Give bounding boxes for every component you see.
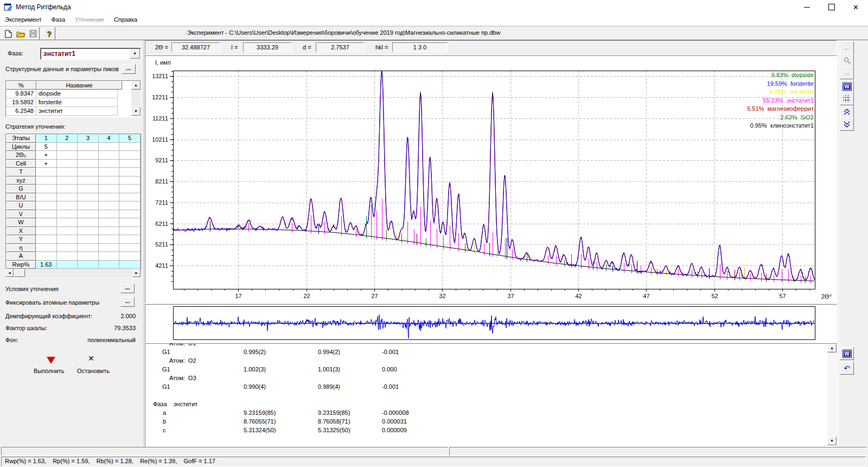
scroll-down-icon[interactable]: ▼ — [131, 107, 141, 116]
strategy-cell[interactable] — [57, 176, 78, 185]
strategy-cell[interactable] — [99, 201, 120, 210]
strategy-cell[interactable] — [36, 176, 57, 185]
strategy-row-label[interactable]: Циклы — [6, 143, 36, 152]
strategy-row-label[interactable]: 2Θ₀ — [6, 151, 36, 160]
strategy-cell[interactable] — [119, 218, 141, 227]
strategy-cell[interactable] — [36, 235, 57, 244]
phase-pct-cell[interactable]: 9.8347 — [6, 90, 36, 98]
new-experiment-button[interactable] — [2, 27, 15, 40]
scroll-thumb[interactable] — [14, 269, 25, 277]
strategy-cell[interactable] — [99, 244, 120, 253]
strategy-cell[interactable] — [36, 168, 57, 176]
strategy-cell[interactable] — [57, 210, 78, 219]
strategy-cell[interactable]: 5 — [36, 143, 57, 152]
strategy-row-label[interactable]: V — [6, 210, 36, 219]
strategy-cell[interactable] — [78, 176, 99, 185]
phase-pct-cell[interactable]: 19.5892 — [6, 98, 36, 107]
strategy-cell[interactable] — [119, 201, 141, 210]
strategy-cell[interactable] — [99, 168, 120, 176]
menu-item-справка[interactable]: Справка — [109, 14, 142, 26]
strategy-cell[interactable] — [119, 176, 141, 185]
menu-item-фаза[interactable]: Фаза — [46, 14, 70, 26]
refine-conditions-more-button[interactable]: ... — [120, 283, 135, 293]
expand-down-button[interactable] — [840, 118, 854, 131]
strategy-cell[interactable] — [36, 185, 57, 193]
strategy-cell[interactable] — [57, 143, 78, 152]
strategy-cell[interactable] — [57, 151, 78, 160]
strategy-cell[interactable] — [36, 227, 57, 236]
strategy-header-label[interactable]: Этапы — [6, 134, 36, 143]
strategy-cell[interactable] — [99, 143, 120, 152]
strategy-cell[interactable] — [78, 210, 99, 219]
undo-button[interactable]: ↶ — [840, 362, 854, 375]
strategy-cell[interactable] — [78, 252, 99, 261]
strategy-cell[interactable] — [99, 151, 120, 160]
strategy-cell[interactable] — [78, 160, 99, 168]
strategy-cell[interactable] — [57, 261, 78, 269]
strategy-cell[interactable] — [36, 201, 57, 210]
strategy-cell[interactable]: 1.63 — [36, 261, 57, 269]
phase-name-cell[interactable]: diopside — [36, 90, 118, 98]
scroll-right-icon[interactable]: ► — [132, 269, 141, 277]
strategy-cell[interactable] — [119, 143, 141, 152]
stop-icon[interactable]: ✕ — [88, 354, 94, 363]
export-word-button[interactable]: W — [840, 80, 854, 93]
fix-atoms-more-button[interactable]: ... — [120, 297, 135, 307]
strategy-cell[interactable] — [78, 143, 99, 152]
phase-name-cell[interactable]: forsterite — [36, 98, 118, 107]
strategy-cell[interactable] — [36, 193, 57, 202]
strategy-cell[interactable] — [57, 193, 78, 202]
strategy-cell[interactable] — [78, 185, 99, 193]
strategy-cell[interactable] — [119, 261, 141, 269]
strategy-row-label[interactable]: A — [6, 252, 36, 261]
scroll-up-icon[interactable]: ▲ — [131, 81, 141, 90]
strategy-hscrollbar[interactable]: ◄ ► — [5, 269, 141, 277]
strategy-row-label[interactable]: G — [6, 185, 36, 193]
strategy-cell[interactable] — [78, 235, 99, 244]
grid-toggle-button[interactable] — [840, 92, 854, 105]
phase-pct-cell[interactable]: 6.2548 — [6, 107, 36, 116]
strategy-cell[interactable] — [57, 185, 78, 193]
strategy-cell[interactable] — [99, 227, 120, 236]
strategy-cell[interactable] — [119, 151, 141, 160]
strategy-cell[interactable] — [119, 160, 141, 168]
run-icon[interactable] — [47, 357, 55, 364]
phase-name-cell[interactable]: энститит — [36, 107, 118, 116]
strategy-cell[interactable] — [99, 185, 120, 193]
strategy-row-label[interactable]: T — [6, 168, 36, 176]
strategy-cell[interactable] — [119, 252, 141, 261]
export-output-word-button[interactable]: W — [840, 347, 854, 360]
phase-table-row[interactable]: 19.5892forsterite — [6, 98, 141, 107]
strategy-cell[interactable] — [57, 201, 78, 210]
strategy-cell[interactable] — [57, 252, 78, 261]
phase-table-header-pct[interactable]: % — [6, 81, 36, 90]
strategy-row-label[interactable]: η — [6, 244, 36, 253]
strategy-row-label[interactable]: W — [6, 218, 36, 227]
close-button[interactable]: ✕ — [844, 0, 868, 14]
strategy-row-label[interactable]: Y — [6, 235, 36, 244]
strategy-cell[interactable] — [36, 244, 57, 253]
menu-item-эксперимент[interactable]: Эксперимент — [0, 14, 46, 26]
strategy-cell[interactable] — [57, 168, 78, 176]
strategy-cell[interactable] — [119, 185, 141, 193]
strategy-cell[interactable] — [78, 227, 99, 236]
maximize-button[interactable] — [819, 0, 844, 14]
strategy-cell[interactable] — [119, 235, 141, 244]
strategy-cell[interactable] — [99, 252, 120, 261]
scroll-up-icon[interactable]: ▲ — [827, 344, 837, 352]
strategy-cell[interactable] — [119, 193, 141, 202]
expand-up-button[interactable] — [840, 105, 854, 118]
phase-table-row[interactable]: 9.8347diopside — [6, 90, 141, 98]
strategy-cell[interactable] — [119, 244, 141, 253]
diffraction-chart-canvas[interactable] — [145, 56, 835, 302]
strategy-row-label[interactable]: B/U — [6, 193, 36, 202]
strategy-cell[interactable] — [36, 218, 57, 227]
strategy-cell[interactable] — [57, 235, 78, 244]
strategy-cell[interactable] — [78, 151, 99, 160]
refinement-output-panel[interactable]: Атом: O1G10.995(2)0.994(2)-0.001Атом: O2… — [145, 343, 837, 447]
help-button[interactable]: ? — [42, 27, 55, 40]
strategy-stage-header[interactable]: 3 — [78, 134, 99, 143]
phase-table-row[interactable]: 6.2548энститит — [6, 107, 141, 116]
strategy-row-label[interactable]: Rwp% — [6, 261, 36, 269]
phase-combobox[interactable]: энстатит1 ▼ — [40, 48, 141, 60]
